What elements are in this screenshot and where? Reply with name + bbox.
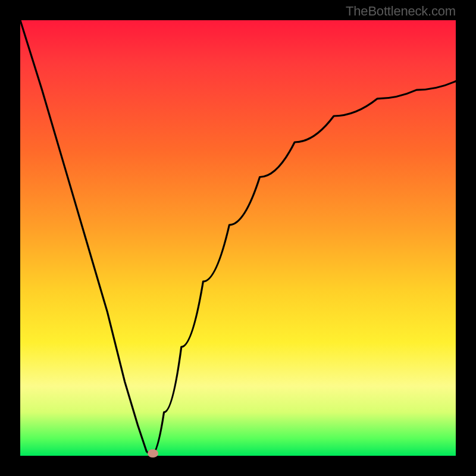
bottleneck-curve — [20, 20, 456, 456]
plot-area — [20, 20, 456, 456]
attribution-label: TheBottleneck.com — [346, 4, 456, 19]
chart-frame: TheBottleneck.com — [0, 0, 476, 476]
optimum-marker — [148, 449, 158, 458]
